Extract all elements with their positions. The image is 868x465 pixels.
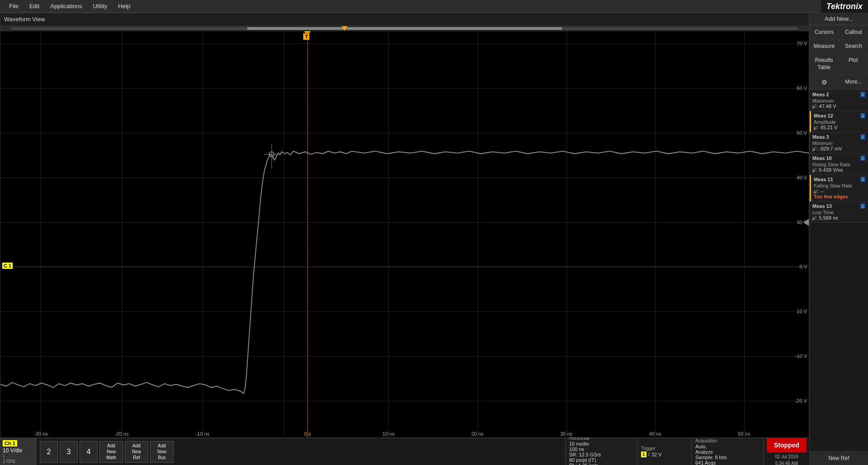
waveform-canvas[interactable]: 70 V 60 V 50 V 40 V 30 V 0 V 10 V -10 V … xyxy=(0,31,809,437)
meas2-title: Meas 2 xyxy=(812,92,829,97)
meas13-type: Low Time xyxy=(812,210,865,215)
menu-edit[interactable]: Edit xyxy=(24,1,45,11)
bottom-buttons: 2 3 4 Add New Math Add New Ref Add New B… xyxy=(36,438,565,465)
meas-card-10[interactable]: Meas 10 1 Rising Slew Rate μ': 5.439 V/n… xyxy=(810,154,868,175)
tektronix-logo: Tektronix xyxy=(821,0,868,13)
ch1-badge: Ch 1 xyxy=(3,440,17,446)
meas3-value: μ': -929.7 mV xyxy=(812,146,865,151)
meas11-type: Falling Slew Rate xyxy=(814,183,865,188)
ch1-vdiv: 10 V/div xyxy=(3,447,33,454)
acquisition-info-panel: Acquisition Auto, Analyze Sample: 8 bits… xyxy=(692,438,764,465)
meas11-value: μ': -- xyxy=(814,188,865,194)
meas12-title: Meas 12 xyxy=(814,113,833,118)
menu-help[interactable]: Help xyxy=(113,1,136,11)
measure-button[interactable]: Measure xyxy=(810,39,839,53)
menu-file[interactable]: File xyxy=(4,1,24,11)
cursors-button[interactable]: Cursors xyxy=(810,25,839,39)
results-plot-row: Results Table Plot xyxy=(810,53,868,75)
meas2-value: μ': 47.48 V xyxy=(812,103,865,109)
horizontal-record: 100 ns xyxy=(569,446,633,452)
meas3-type: Minimum xyxy=(812,141,865,146)
meas-card-3[interactable]: Meas 3 1 Minimum μ': -929.7 mV xyxy=(810,132,868,154)
bottom-bar: Ch 1 10 V/div ⌇ 1 GHz 2 3 4 Add New Math… xyxy=(0,438,809,465)
trigger-type-icon: / xyxy=(648,451,650,458)
main-layout: Waveform View xyxy=(0,13,868,465)
scroll-track[interactable] xyxy=(11,27,798,30)
trigger-label: Trigger xyxy=(641,446,688,451)
acquisition-sample: Sample: 8 bits xyxy=(695,455,760,460)
more-button[interactable]: More... xyxy=(839,75,868,89)
meas11-title: Meas 11 xyxy=(814,177,833,182)
meas10-value: μ': 5.439 V/ns xyxy=(812,167,865,173)
meas13-title: Meas 13 xyxy=(812,203,832,209)
meas13-value: μ': 5.589 ns xyxy=(812,215,865,221)
plot-button[interactable]: Plot xyxy=(839,53,868,75)
new-ref-button[interactable]: New Ref xyxy=(810,451,868,465)
ch1-status-panel[interactable]: Ch 1 10 V/div ⌇ 1 GHz xyxy=(0,438,36,465)
ch3-button[interactable]: 3 xyxy=(60,441,78,463)
trigger-info-panel: Trigger 1 / 32 V xyxy=(637,438,692,465)
horizontal-info-panel: Horizontal 10 ns/div 100 ns SR: 12.5 GS/… xyxy=(565,438,637,465)
run-stop-button[interactable]: Stopped xyxy=(767,438,807,452)
add-bus-button[interactable]: Add New Bus xyxy=(150,441,174,463)
ch1-coupling-icon: ⌇ xyxy=(3,454,33,459)
meas-card-13[interactable]: Meas 13 1 Low Time μ': 5.589 ns xyxy=(810,202,868,223)
meas10-badge: 1 xyxy=(860,155,865,161)
acquisition-acqs: 641 Acqs xyxy=(695,460,760,465)
meas13-badge: 1 xyxy=(860,203,865,209)
meas11-badge: 1 xyxy=(860,177,865,182)
meas10-title: Meas 10 xyxy=(812,155,832,161)
menu-applications[interactable]: Applications xyxy=(45,1,87,11)
horizontal-sr: SR: 12.5 GS/s xyxy=(569,452,633,457)
datetime-time: 5:34:48 AM xyxy=(775,461,798,465)
meas-card-2[interactable]: Meas 2 1 Maximum μ': 47.48 V xyxy=(810,90,868,111)
horizontal-rl: RL: 1.25 kpts xyxy=(569,463,633,465)
settings-icon-button[interactable]: ⚙ xyxy=(810,75,839,89)
scroll-thumb[interactable] xyxy=(247,27,562,30)
trigger-ch-badge: 1 xyxy=(641,451,646,457)
trigger-position-marker xyxy=(342,26,347,31)
waveform-title-bar: Waveform View xyxy=(0,13,809,26)
add-ref-button[interactable]: Add New Ref xyxy=(125,441,148,463)
waveform-area[interactable]: Waveform View xyxy=(0,13,809,438)
measure-search-row: Measure Search xyxy=(810,39,868,53)
waveform-view-title: Waveform View xyxy=(4,16,45,23)
meas11-error: Too few edges xyxy=(814,194,865,199)
ch1-freq: 1 GHz xyxy=(3,459,33,464)
horizontal-timediv: 10 ns/div xyxy=(569,441,633,446)
ch4-button[interactable]: 4 xyxy=(80,441,98,463)
waveform-svg xyxy=(0,31,809,437)
meas3-title: Meas 3 xyxy=(812,134,829,140)
acquisition-label: Acquisition xyxy=(695,438,760,443)
datetime-date: 02 Jul 2024 xyxy=(775,454,798,459)
acquisition-mode: Auto, xyxy=(695,444,760,449)
menubar: File Edit Applications Utility Help Tekt… xyxy=(0,0,868,13)
cursors-callout-row: Cursors Callout xyxy=(810,25,868,39)
meas12-type: Amplitude xyxy=(814,119,865,125)
meas2-type: Maximum xyxy=(812,98,865,103)
meas-card-11[interactable]: Meas 11 1 Falling Slew Rate μ': -- Too f… xyxy=(810,175,868,202)
waveform-scrollbar[interactable] xyxy=(0,26,809,31)
results-table-button[interactable]: Results Table xyxy=(810,53,839,75)
meas12-badge: 1 xyxy=(860,113,865,118)
menu-utility[interactable]: Utility xyxy=(87,1,113,11)
search-button[interactable]: Search xyxy=(839,39,868,53)
add-math-button[interactable]: Add New Math xyxy=(99,441,123,463)
measurements-list: Meas 2 1 Maximum μ': 47.48 V Meas 12 1 A… xyxy=(810,90,868,223)
meas3-badge: 1 xyxy=(860,134,865,140)
horizontal-ps: 80 ps/pt (IT) xyxy=(569,457,633,463)
meas10-type: Rising Slew Rate xyxy=(812,162,865,167)
acquisition-analyze: Analyze xyxy=(695,449,760,455)
meas-card-12[interactable]: Meas 12 1 Amplitude μ': 45.21 V xyxy=(810,111,868,132)
add-new-button[interactable]: Add New... xyxy=(810,13,868,25)
trigger-level: 32 V xyxy=(651,452,662,457)
meas12-value: μ': 45.21 V xyxy=(814,125,865,130)
right-panel: Add New... Cursors Callout Measure Searc… xyxy=(809,13,868,465)
callout-button[interactable]: Callout xyxy=(839,25,868,39)
meas2-badge: 1 xyxy=(860,92,865,97)
icon-btn-row: ⚙ More... xyxy=(810,75,868,90)
ch2-button[interactable]: 2 xyxy=(40,441,58,463)
